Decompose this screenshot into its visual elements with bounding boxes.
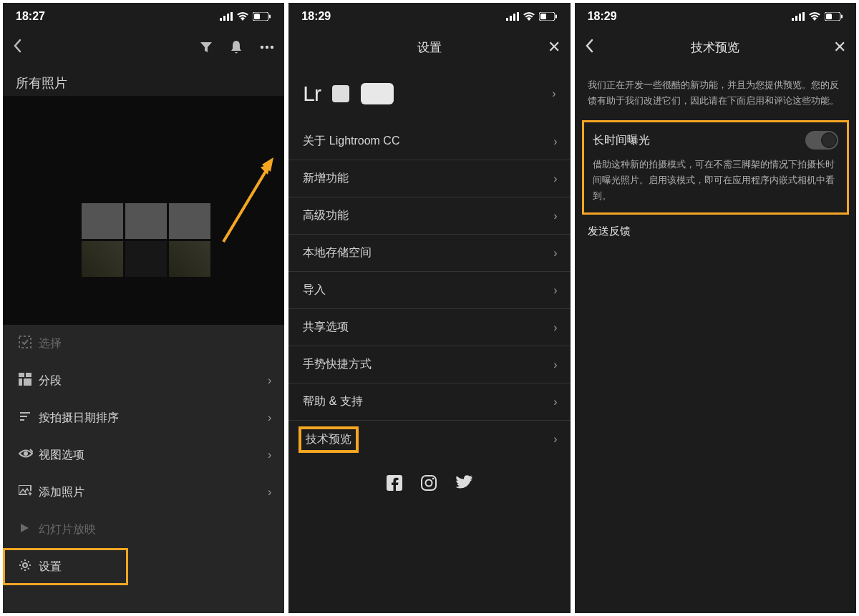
segments-icon [19, 373, 39, 388]
settings-help[interactable]: 帮助 & 支持 › [288, 383, 570, 421]
svg-rect-31 [422, 476, 436, 490]
menu-label: 分段 [39, 373, 268, 388]
svg-point-8 [266, 46, 268, 49]
status-time: 18:27 [16, 10, 45, 23]
status-bar: 18:27 [3, 3, 284, 30]
chevron-right-icon: › [268, 411, 271, 424]
settings-label: 帮助 & 支持 [303, 394, 553, 409]
chevron-right-icon: › [268, 449, 271, 461]
settings-about[interactable]: 关于 Lightroom CC › [288, 123, 570, 160]
menu-settings[interactable]: 设置 [3, 548, 128, 585]
select-icon [19, 336, 39, 351]
long-exposure-toggle[interactable] [805, 131, 838, 150]
settings-gestures[interactable]: 手势快捷方式 › [288, 346, 570, 383]
settings-label: 新增功能 [303, 171, 553, 186]
send-feedback-link[interactable]: 发送反馈 [575, 215, 856, 248]
feature-description: 借助这种新的拍摄模式，可在不需三脚架的情况下拍摄长时间曝光照片。启用该模式，即可… [590, 157, 841, 204]
settings-label: 高级功能 [303, 208, 553, 223]
svg-point-32 [425, 480, 432, 487]
back-button[interactable] [585, 39, 593, 57]
svg-rect-24 [510, 16, 512, 21]
svg-rect-14 [19, 373, 24, 377]
context-menu: 选择 分段 › 按拍摄日期排序 › 视图选项 › 添 [3, 325, 284, 613]
tech-preview-card: 长时间曝光 借助这种新的拍摄模式，可在不需三脚架的情况下拍摄长时间曝光照片。启用… [582, 120, 849, 215]
svg-point-33 [432, 478, 435, 480]
dim-overlay [3, 96, 284, 325]
play-icon [19, 522, 39, 537]
account-row[interactable]: Lr › [288, 64, 570, 123]
toggle-label: 长时间曝光 [593, 133, 650, 148]
chevron-right-icon: › [553, 396, 557, 409]
status-time: 18:29 [588, 10, 617, 23]
menu-sort[interactable]: 按拍摄日期排序 › [3, 399, 284, 436]
settings-tech-preview[interactable]: 技术预览 › [288, 421, 570, 458]
more-icon[interactable] [260, 45, 274, 49]
close-button[interactable]: ✕ [833, 38, 846, 57]
filter-icon[interactable] [200, 41, 213, 54]
settings-label: 共享选项 [303, 320, 553, 335]
svg-rect-25 [513, 14, 515, 21]
chevron-right-icon: › [553, 433, 557, 446]
status-bar: 18:29 [575, 3, 856, 30]
status-time: 18:29 [301, 10, 331, 23]
settings-label: 本地存储空间 [303, 245, 553, 260]
svg-rect-34 [792, 18, 794, 21]
instagram-icon[interactable] [421, 475, 437, 494]
settings-import[interactable]: 导入 › [288, 272, 570, 309]
battery-icon [825, 12, 843, 21]
menu-label: 幻灯片放映 [39, 522, 271, 537]
menu-segments[interactable]: 分段 › [3, 362, 284, 399]
signal-icon [220, 12, 233, 21]
back-button[interactable] [13, 39, 21, 57]
svg-rect-29 [555, 15, 557, 19]
menu-add-photos[interactable]: 添加照片 › [3, 474, 284, 511]
svg-rect-0 [220, 18, 222, 21]
chevron-right-icon: › [552, 87, 555, 100]
twitter-icon[interactable] [455, 475, 472, 494]
menu-slideshow: 幻灯片放映 [3, 511, 284, 548]
svg-rect-13 [19, 336, 31, 348]
settings-label: 技术预览 [306, 433, 351, 445]
battery-icon [253, 12, 271, 21]
menu-label: 按拍摄日期排序 [39, 411, 268, 426]
menu-select: 选择 [3, 325, 284, 362]
svg-rect-39 [826, 14, 832, 19]
avatar-blob [361, 83, 394, 104]
svg-rect-37 [802, 12, 805, 21]
page-title: 设置 [341, 39, 517, 56]
screen-tech-preview: 18:29 技术预览 ✕ 我们正在开发一些很酷的新功能，并且为您提供预览。您的反… [575, 3, 856, 613]
chevron-right-icon: › [553, 247, 557, 260]
chevron-right-icon: › [553, 284, 557, 297]
svg-rect-3 [230, 12, 233, 21]
chevron-right-icon: › [553, 135, 557, 148]
facebook-icon[interactable] [387, 475, 402, 494]
settings-storage[interactable]: 本地存储空间 › [288, 235, 570, 272]
settings-sharing[interactable]: 共享选项 › [288, 309, 570, 346]
svg-point-22 [23, 563, 27, 567]
chevron-right-icon: › [268, 374, 271, 387]
chevron-right-icon: › [553, 358, 557, 371]
avatar-square [332, 85, 349, 102]
menu-label: 添加照片 [39, 485, 268, 500]
status-icons [220, 12, 271, 21]
view-icon [19, 449, 39, 461]
signal-icon [506, 12, 519, 21]
svg-rect-2 [227, 14, 229, 21]
status-bar: 18:29 [288, 3, 570, 30]
nav-bar: 技术预览 ✕ [575, 30, 856, 64]
svg-rect-26 [517, 12, 519, 21]
bell-icon[interactable] [230, 40, 243, 54]
svg-rect-6 [269, 15, 271, 19]
menu-view-options[interactable]: 视图选项 › [3, 436, 284, 474]
settings-list: 关于 Lightroom CC › 新增功能 › 高级功能 › 本地存储空间 ›… [288, 123, 570, 458]
wifi-icon [809, 12, 820, 21]
wifi-icon [523, 12, 535, 21]
chevron-right-icon: › [553, 321, 557, 334]
gear-icon [19, 559, 39, 575]
settings-whatsnew[interactable]: 新增功能 › [288, 160, 570, 197]
settings-premium[interactable]: 高级功能 › [288, 197, 570, 235]
chevron-right-icon: › [553, 210, 557, 223]
settings-label: 手势快捷方式 [303, 357, 553, 372]
close-button[interactable]: ✕ [548, 38, 560, 57]
svg-rect-28 [540, 14, 546, 19]
